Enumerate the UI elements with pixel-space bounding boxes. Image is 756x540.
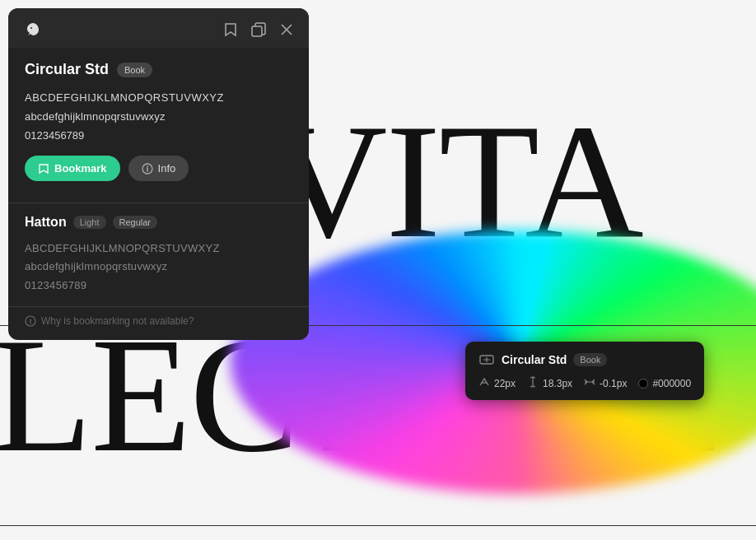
close-header-icon[interactable] bbox=[278, 21, 296, 39]
tooltip-font-badge: Book bbox=[573, 353, 607, 366]
bottom-warning: Why is bookmarking not available? bbox=[8, 306, 309, 340]
bookmark-button[interactable]: Bookmark bbox=[25, 156, 120, 181]
info-button[interactable]: Info bbox=[128, 156, 189, 181]
font1-style-badge: Book bbox=[117, 63, 152, 77]
app-logo bbox=[21, 18, 44, 41]
letter-spacing-icon bbox=[584, 376, 595, 390]
line-height-icon bbox=[527, 376, 539, 390]
tooltip-font-icon bbox=[478, 351, 495, 368]
font1-name-row: Circular Std Book bbox=[25, 61, 292, 78]
metric-font-size: 22px bbox=[478, 376, 516, 390]
svg-point-0 bbox=[30, 27, 32, 29]
font1-section: Circular Std Book ABCDEFGHIJKLMNOPQRSTUV… bbox=[8, 48, 309, 191]
warning-text: Why is bookmarking not available? bbox=[25, 315, 292, 327]
line-height-value: 18.3px bbox=[543, 378, 572, 389]
color-swatch bbox=[638, 379, 648, 389]
font1-preview-lower: abcdefghijklmnopqrstuvwxyz bbox=[25, 109, 292, 126]
action-buttons: Bookmark Info bbox=[25, 156, 292, 181]
font2-preview-upper: ABCDEFGHIJKLMNOPQRSTUVWXYZ bbox=[25, 240, 292, 258]
font2-name: Hatton bbox=[25, 215, 67, 230]
warning-label: Why is bookmarking not available? bbox=[41, 315, 194, 327]
font2-style-regular: Regular bbox=[113, 216, 158, 229]
tooltip-metrics: 22px 18.3px -0.1px #000000 bbox=[478, 376, 691, 390]
font2-style-light: Light bbox=[73, 216, 106, 229]
font2-section: Hatton Light Regular ABCDEFGHIJKLMNOPQRS… bbox=[8, 203, 309, 305]
copy-header-icon[interactable] bbox=[250, 21, 268, 39]
font1-preview-upper: ABCDEFGHIJKLMNOPQRSTUVWXYZ bbox=[25, 90, 292, 107]
metric-color: #000000 bbox=[638, 378, 691, 389]
metric-line-height: 18.3px bbox=[527, 376, 572, 390]
font1-name: Circular Std bbox=[25, 61, 109, 78]
bookmark-button-label: Bookmark bbox=[54, 162, 107, 175]
font1-preview-nums: 0123456789 bbox=[25, 128, 292, 145]
tooltip-font-name: Circular Std bbox=[502, 353, 567, 366]
color-value: #000000 bbox=[652, 378, 691, 389]
font2-preview-nums: 0123456789 bbox=[25, 277, 292, 295]
font-panel: Circular Std Book ABCDEFGHIJKLMNOPQRSTUV… bbox=[8, 8, 309, 340]
info-button-label: Info bbox=[158, 162, 176, 175]
svg-rect-1 bbox=[252, 26, 262, 36]
font-tooltip-popup: Circular Std Book 22px 18.3px bbox=[465, 342, 704, 400]
metric-letter-spacing: -0.1px bbox=[584, 376, 627, 390]
tooltip-header: Circular Std Book bbox=[478, 351, 691, 368]
letter-spacing-value: -0.1px bbox=[600, 378, 627, 389]
font-size-value: 22px bbox=[494, 378, 516, 389]
font2-preview-lower: abcdefghijklmnopqrstuvwxyz bbox=[25, 258, 292, 276]
bookmark-header-icon[interactable] bbox=[222, 21, 240, 39]
panel-header bbox=[8, 8, 309, 48]
hr-line-2 bbox=[0, 525, 756, 526]
font-size-icon bbox=[478, 376, 490, 390]
panel-header-icons bbox=[222, 21, 296, 39]
font2-name-row: Hatton Light Regular bbox=[25, 215, 292, 230]
